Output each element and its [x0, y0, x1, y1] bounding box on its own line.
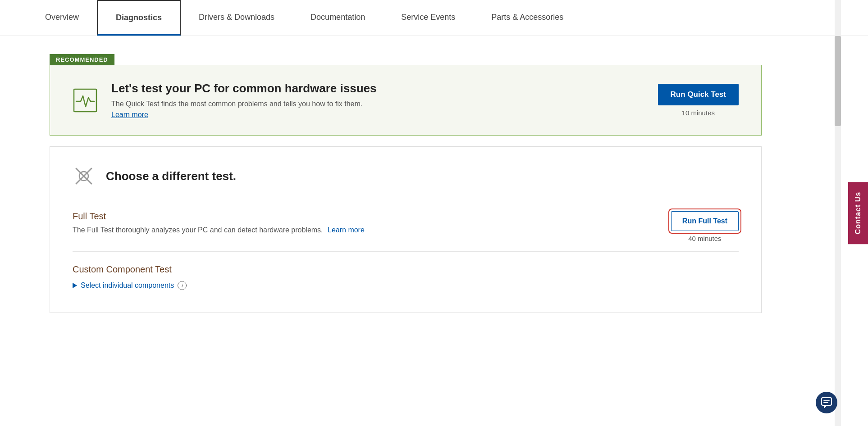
recommended-badge: RECOMMENDED — [50, 54, 114, 65]
nav-item-overview[interactable]: Overview — [27, 0, 97, 36]
quick-test-description: The Quick Test finds the most common pro… — [111, 100, 640, 108]
nav-item-service-events[interactable]: Service Events — [383, 0, 473, 36]
contact-us-button[interactable]: Contact Us — [848, 182, 868, 244]
nav-item-drivers-downloads[interactable]: Drivers & Downloads — [181, 0, 292, 36]
quick-test-title: Let's test your PC for common hardware i… — [111, 82, 640, 95]
svg-rect-0 — [74, 89, 96, 112]
full-test-action: Run Full Test 40 minutes — [671, 211, 739, 242]
info-icon[interactable]: i — [178, 281, 187, 290]
quick-test-learn-more[interactable]: Learn more — [111, 111, 148, 118]
chat-icon — [821, 397, 832, 408]
chevron-right-icon — [73, 283, 77, 288]
full-test-content: Full Test The Full Test thoroughly analy… — [73, 211, 653, 234]
quick-test-time: 10 minutes — [682, 109, 715, 117]
run-quick-test-button[interactable]: Run Quick Test — [658, 84, 739, 105]
different-test-title: Choose a different test. — [106, 169, 236, 183]
quick-test-card: Let's test your PC for common hardware i… — [50, 65, 762, 136]
full-test-name: Full Test — [73, 211, 653, 222]
full-test-learn-more[interactable]: Learn more — [328, 226, 365, 234]
custom-test-name: Custom Component Test — [73, 264, 739, 275]
svg-rect-5 — [822, 398, 831, 405]
run-full-test-button[interactable]: Run Full Test — [671, 211, 739, 231]
quick-test-content: Let's test your PC for common hardware i… — [111, 82, 640, 119]
pulse-monitor-icon — [73, 88, 98, 113]
full-test-description: The Full Test thoroughly analyzes your P… — [73, 226, 653, 234]
different-test-card: Choose a different test. Full Test The F… — [50, 146, 762, 313]
select-components-label: Select individual components — [81, 281, 174, 290]
nav-item-parts-accessories[interactable]: Parts & Accessories — [473, 0, 581, 36]
nav-item-documentation[interactable]: Documentation — [292, 0, 383, 36]
nav-item-diagnostics[interactable]: Diagnostics — [97, 0, 181, 36]
main-content: RECOMMENDED Let's test your PC for commo… — [0, 36, 811, 331]
quick-test-action: Run Quick Test 10 minutes — [658, 84, 739, 117]
top-nav: Overview Diagnostics Drivers & Downloads… — [0, 0, 868, 36]
different-test-header: Choose a different test. — [73, 165, 739, 187]
scrollbar[interactable] — [835, 0, 841, 426]
full-test-row: Full Test The Full Test thoroughly analy… — [73, 202, 739, 251]
recommended-section: RECOMMENDED Let's test your PC for commo… — [50, 54, 762, 136]
chat-button[interactable] — [816, 392, 837, 413]
full-test-time: 40 minutes — [688, 235, 721, 242]
wrench-icon — [73, 165, 95, 187]
select-components-link[interactable]: Select individual components i — [73, 281, 739, 290]
custom-test-row: Custom Component Test Select individual … — [73, 251, 739, 295]
scrollbar-thumb[interactable] — [835, 36, 841, 126]
